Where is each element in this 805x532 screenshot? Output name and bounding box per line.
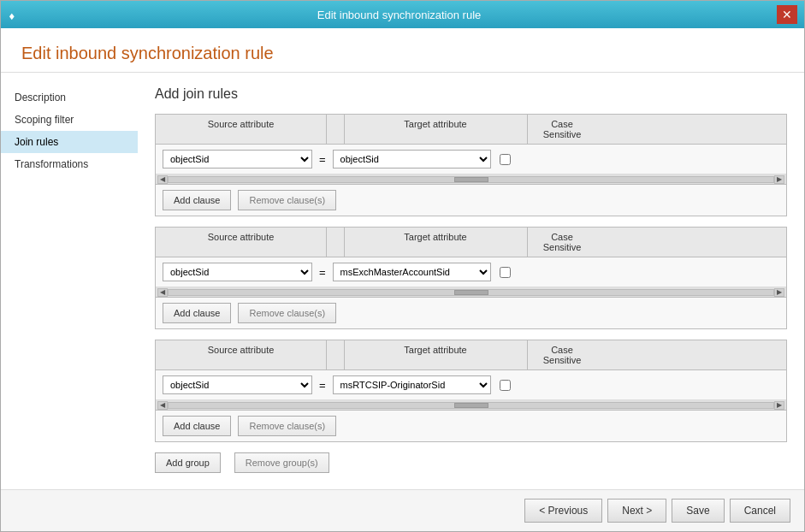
group-buttons: Add group Remove group(s)	[155, 452, 787, 473]
group1-scrollbar[interactable]: ◀ ▶	[156, 174, 786, 185]
sidebar-item-transformations[interactable]: Transformations	[1, 153, 138, 175]
window-icon: ⬧	[8, 8, 21, 21]
section-title: Add join rules	[155, 86, 787, 102]
group3-case-header: Case Sensitive	[528, 340, 596, 369]
close-button[interactable]: ✕	[777, 5, 797, 24]
group2-eq-header	[327, 228, 345, 257]
group1-header-row: Source attribute Target attribute Case S…	[156, 115, 786, 145]
group2-scroll-left[interactable]: ◀	[157, 288, 168, 297]
group1-scrollbar-track	[168, 176, 774, 183]
group3-target-select[interactable]: msRTCSIP-OriginatorSid	[333, 375, 491, 394]
group3-remove-clause-button[interactable]: Remove clause(s)	[238, 416, 336, 436]
group1-target-select[interactable]: objectSid	[333, 150, 491, 168]
group3-add-clause-button[interactable]: Add clause	[163, 416, 231, 436]
sidebar-item-join-rules[interactable]: Join rules	[1, 131, 138, 153]
group3-scrollbar[interactable]: ◀ ▶	[156, 400, 786, 411]
group3-scroll-left[interactable]: ◀	[157, 401, 168, 410]
next-button[interactable]: Next >	[607, 499, 666, 523]
group2-case-header: Case Sensitive	[528, 228, 596, 257]
group3-scrollbar-thumb	[454, 403, 488, 408]
group2-target-select[interactable]: msExchMasterAccountSid	[333, 263, 491, 281]
group2-scrollbar-thumb	[454, 290, 488, 295]
group2-remove-clause-button[interactable]: Remove clause(s)	[238, 303, 336, 323]
sidebar-item-scoping-filter[interactable]: Scoping filter	[1, 109, 138, 131]
page-header: Edit inbound synchronization rule	[1, 28, 804, 73]
group1-add-clause-button[interactable]: Add clause	[163, 190, 231, 210]
save-button[interactable]: Save	[672, 499, 724, 523]
group1-eq-header	[327, 115, 345, 144]
footer: < Previous Next > Save Cancel	[1, 489, 804, 531]
page-title: Edit inbound synchronization rule	[21, 44, 784, 63]
group3-rule-row: objectSid = msRTCSIP-OriginatorSid	[156, 370, 786, 400]
group3-source-select[interactable]: objectSid	[163, 375, 312, 394]
group3-eq-header	[327, 340, 345, 369]
group2-add-clause-button[interactable]: Add clause	[163, 303, 231, 323]
group2-target-header: Target attribute	[344, 228, 528, 257]
group3-case-checkbox[interactable]	[500, 380, 511, 391]
sidebar: Description Scoping filter Join rules Tr…	[1, 73, 138, 489]
group1-clause-buttons: Add clause Remove clause(s)	[156, 185, 786, 216]
group3-header-row: Source attribute Target attribute Case S…	[156, 340, 786, 370]
group1-rule-row: objectSid = objectSid	[156, 145, 786, 174]
content-area: Description Scoping filter Join rules Tr…	[1, 73, 804, 489]
group2-scrollbar[interactable]: ◀ ▶	[156, 287, 786, 298]
group2-source-header: Source attribute	[156, 228, 327, 257]
title-bar: ⬧ Edit inbound synchronization rule ✕	[1, 1, 804, 28]
add-group-button[interactable]: Add group	[155, 452, 221, 473]
group1-case-checkbox[interactable]	[500, 154, 511, 165]
group3-scroll-right[interactable]: ▶	[774, 401, 784, 410]
window-title: Edit inbound synchronization rule	[21, 9, 777, 21]
group3-scrollbar-track	[168, 402, 774, 409]
group1-scroll-right[interactable]: ▶	[774, 175, 784, 184]
group2-case-checkbox[interactable]	[500, 267, 511, 278]
remove-group-button[interactable]: Remove group(s)	[234, 452, 329, 473]
group2-scrollbar-track	[168, 289, 774, 296]
group1-scrollbar-thumb	[454, 177, 488, 182]
group1-source-header: Source attribute	[156, 115, 327, 144]
group1-source-select[interactable]: objectSid	[163, 150, 312, 168]
group3-clause-buttons: Add clause Remove clause(s)	[156, 411, 786, 441]
group2-eq-sign: =	[312, 266, 333, 279]
rule-group-2: Source attribute Target attribute Case S…	[155, 227, 787, 329]
window-body: Edit inbound synchronization rule Descri…	[1, 28, 804, 531]
rule-group-1: Source attribute Target attribute Case S…	[155, 114, 787, 216]
rule-group-3: Source attribute Target attribute Case S…	[155, 340, 787, 442]
group1-target-header: Target attribute	[344, 115, 528, 144]
group1-eq-sign: =	[312, 153, 333, 166]
main-window: ⬧ Edit inbound synchronization rule ✕ Ed…	[0, 0, 805, 532]
group2-scroll-right[interactable]: ▶	[774, 288, 784, 297]
group1-case-header: Case Sensitive	[528, 115, 596, 144]
main-content: Add join rules Source attribute Target a…	[138, 73, 804, 489]
group1-remove-clause-button[interactable]: Remove clause(s)	[238, 190, 336, 210]
sidebar-item-description[interactable]: Description	[1, 86, 138, 109]
group3-eq-sign: =	[312, 379, 333, 392]
group2-rule-row: objectSid = msExchMasterAccountSid	[156, 257, 786, 287]
group3-source-header: Source attribute	[156, 340, 327, 369]
group2-clause-buttons: Add clause Remove clause(s)	[156, 298, 786, 328]
cancel-button[interactable]: Cancel	[730, 499, 790, 523]
group1-scroll-left[interactable]: ◀	[157, 175, 168, 184]
previous-button[interactable]: < Previous	[524, 499, 602, 523]
group2-source-select[interactable]: objectSid	[163, 263, 312, 281]
group3-target-header: Target attribute	[344, 340, 528, 369]
group2-header-row: Source attribute Target attribute Case S…	[156, 228, 786, 257]
